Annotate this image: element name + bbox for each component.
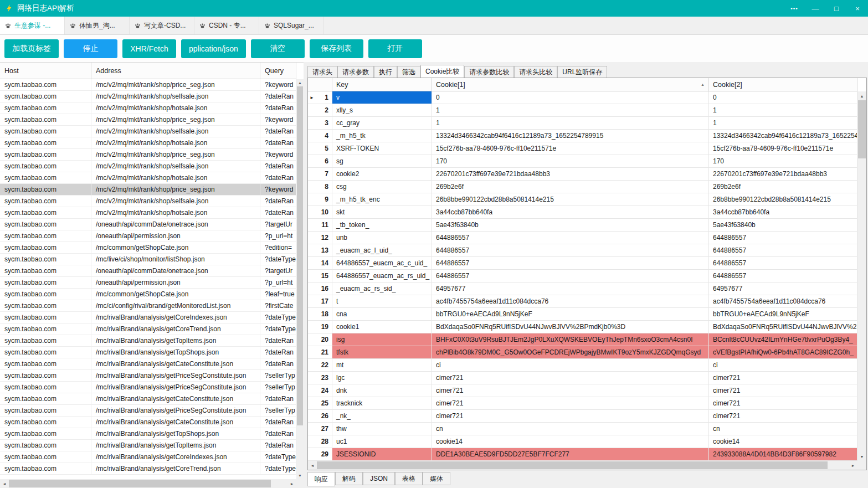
cookie-row[interactable]: 16_euacm_ac_rs_sid_6495767764957677: [308, 282, 857, 295]
cookie1-value-cell[interactable]: cimer721: [432, 410, 709, 422]
cookie-row[interactable]: 14644886557_euacm_ac_c_uid_6448865576448…: [308, 257, 857, 270]
cookie2-value-cell[interactable]: 644886557: [709, 244, 857, 256]
row-number-cell[interactable]: 19: [308, 321, 332, 333]
scrollbar-thumb[interactable]: [9, 480, 271, 487]
cookie-key-cell[interactable]: lgc: [332, 372, 432, 384]
request-row[interactable]: sycm.taobao.com/mc/rivalBrand/analysis/g…: [0, 382, 296, 393]
column-header-host[interactable]: Host: [0, 63, 91, 79]
scroll-right-icon[interactable]: ►: [849, 461, 857, 470]
request-list-vertical-scrollbar[interactable]: ▲ ▼: [296, 79, 304, 479]
cookie-row[interactable]: 4_m_h5_tk13324d3466342cab94f6416c12189a7…: [308, 130, 857, 142]
cookie1-value-cell[interactable]: bbTRGU0+eAECAd9L9nN5jKeF: [432, 308, 709, 320]
row-number-cell[interactable]: 12: [308, 232, 332, 244]
cookie2-value-cell[interactable]: 644886557: [709, 257, 857, 269]
request-row[interactable]: sycm.taobao.com/mc/v2/mq/mkt/rank/shop/p…: [0, 184, 296, 196]
cookie-key-cell[interactable]: uc1: [332, 435, 432, 448]
cookie-key-cell[interactable]: xlly_s: [332, 104, 432, 116]
request-row[interactable]: sycm.taobao.com/mc/rivalBrand/analysis/g…: [0, 417, 296, 428]
cookie2-value-cell[interactable]: 0: [709, 91, 857, 104]
column-header-query[interactable]: Query: [260, 63, 296, 79]
column-header-address[interactable]: Address: [91, 63, 260, 79]
scroll-up-icon[interactable]: ▲: [296, 79, 304, 86]
cookie2-value-cell[interactable]: cimer721: [709, 397, 857, 409]
cookie-row[interactable]: 17tac4fb7455754a6eeaf1d11c084dcca76ac4fb…: [308, 295, 857, 308]
cookie2-value-cell[interactable]: 644886557: [709, 232, 857, 244]
row-number-cell[interactable]: 11: [308, 219, 332, 231]
request-row[interactable]: sycm.taobao.com/mc/rivalBrand/analysis/g…: [0, 405, 296, 417]
cookie2-value-cell[interactable]: BdXdaqaSo0FNRq5RUifISDvU44NJwvBJlVV%2BPm…: [709, 321, 857, 333]
cookie1-value-cell[interactable]: 1: [432, 117, 709, 129]
cookie2-value-cell[interactable]: 3a44ccb87bb640fa: [709, 206, 857, 218]
cookie-key-cell[interactable]: csg: [332, 181, 432, 193]
request-row[interactable]: sycm.taobao.com/mc/v2/mq/mkt/rank/shop/s…: [0, 91, 296, 102]
cookie1-value-cell[interactable]: 26b8bbe990122cbd28b8a5081414e215: [432, 193, 709, 206]
clear-button[interactable]: 清空: [251, 39, 305, 58]
request-row[interactable]: sycm.taobao.com/mc/v2/mq/mkt/rank/shop/s…: [0, 161, 296, 172]
request-row[interactable]: sycm.taobao.com/mc/v2/mq/mkt/rank/shop/s…: [0, 126, 296, 137]
cookie1-value-cell[interactable]: ac4fb7455754a6eeaf1d11c084dcca76: [432, 295, 709, 307]
browser-tab[interactable]: 写文章-CSD...: [130, 17, 194, 34]
request-row[interactable]: sycm.taobao.com/mc/v2/mq/mkt/rank/shop/s…: [0, 196, 296, 207]
cookie-row[interactable]: 26_nk_cimer721cimer721: [308, 410, 857, 423]
save-list-button[interactable]: 保存列表: [310, 39, 363, 58]
cookie-key-cell[interactable]: tracknick: [332, 397, 432, 409]
cookie2-value-cell[interactable]: 644886557: [709, 270, 857, 282]
cookie2-value-cell[interactable]: bbTRGU0+eAECAd9L9nN5jKeF: [709, 308, 857, 320]
row-number-cell[interactable]: 15: [308, 270, 332, 282]
cookie1-value-cell[interactable]: 64957677: [432, 282, 709, 295]
detail-tab-request-headers[interactable]: 请求头: [307, 66, 337, 78]
bottom-tab-table[interactable]: 表格: [395, 472, 423, 485]
cookie-row[interactable]: 2xlly_s11: [308, 104, 857, 117]
cookie-row[interactable]: 27thwcncn: [308, 423, 857, 435]
request-row[interactable]: sycm.taobao.com/mc/rivalBrand/analysis/g…: [0, 428, 296, 440]
row-number-cell[interactable]: 17: [308, 295, 332, 307]
cookie1-value-cell[interactable]: 1: [432, 104, 709, 116]
bottom-tab-response[interactable]: 响应: [307, 472, 335, 486]
cookie-key-cell[interactable]: _euacm_ac_l_uid_: [332, 244, 432, 256]
cookie-row[interactable]: 20isgBHFxC0X0t3uV9RsuBJTJEm2JgP0LXuXQWSK…: [308, 333, 857, 346]
cookie-row[interactable]: 3cc_gray11: [308, 117, 857, 130]
row-number-cell[interactable]: 7: [308, 168, 332, 180]
cookie2-value-cell[interactable]: 170: [709, 155, 857, 167]
scrollbar-track[interactable]: [857, 100, 866, 452]
cookie-key-cell[interactable]: v: [332, 91, 432, 104]
cookie1-value-cell[interactable]: cn: [432, 423, 709, 435]
cookie-row[interactable]: 13_euacm_ac_l_uid_644886557644886557: [308, 244, 857, 257]
cookie1-value-cell[interactable]: ci: [432, 359, 709, 371]
application-json-filter-button[interactable]: pplication/json: [181, 39, 246, 58]
bottom-tab-json[interactable]: JSON: [363, 472, 395, 485]
request-row[interactable]: sycm.taobao.com/mc/v2/mq/mkt/rank/shop/p…: [0, 79, 296, 91]
cookie-key-cell[interactable]: _tb_token_: [332, 219, 432, 231]
row-number-cell[interactable]: 27: [308, 423, 332, 435]
cookie-key-cell[interactable]: sg: [332, 155, 432, 167]
row-number-cell[interactable]: 25: [308, 397, 332, 409]
request-row[interactable]: sycm.taobao.com/mc/v2/mq/mkt/rank/shop/p…: [0, 149, 296, 161]
cookie-key-cell[interactable]: _nk_: [332, 410, 432, 422]
cookie1-value-cell[interactable]: 644886557: [432, 270, 709, 282]
scroll-down-icon[interactable]: ▼: [296, 472, 304, 479]
cookie-row[interactable]: 23lgccimer721cimer721: [308, 372, 857, 384]
cookie-row[interactable]: 8csg269b2e6f269b2e6f: [308, 181, 857, 193]
scrollbar-thumb[interactable]: [317, 461, 828, 469]
cookie-key-cell[interactable]: cna: [332, 308, 432, 320]
request-row[interactable]: sycm.taobao.com/oneauth/api/permission.j…: [0, 277, 296, 289]
request-row[interactable]: sycm.taobao.com/mc/common/getShopCate.js…: [0, 289, 296, 300]
cookie-row[interactable]: 21tfstkchPlBib4O8k79DM0C_G5Ow0OGeFPCDREj…: [308, 346, 857, 359]
request-row[interactable]: sycm.taobao.com/mc/rivalBrand/analysis/g…: [0, 451, 296, 463]
detail-tab-cookie-compare[interactable]: Cookie比较: [420, 65, 464, 78]
row-number-cell[interactable]: 13: [308, 244, 332, 256]
request-row[interactable]: sycm.taobao.com/mc/rivalBrand/analysis/g…: [0, 358, 296, 370]
scrollbar-thumb[interactable]: [297, 86, 303, 425]
browser-tab[interactable]: SQLSugar_...: [259, 17, 324, 34]
cookie1-value-cell[interactable]: 170: [432, 155, 709, 167]
maximize-icon[interactable]: □: [826, 0, 847, 17]
browser-tab[interactable]: 体恤男_淘...: [65, 17, 130, 34]
request-row[interactable]: sycm.taobao.com/mc/rivalBrand/analysis/g…: [0, 335, 296, 347]
cookie-key-cell[interactable]: tfstk: [332, 346, 432, 358]
column-header-key[interactable]: Key: [332, 78, 432, 91]
request-row[interactable]: sycm.taobao.com/mc/rivalBrand/analysis/g…: [0, 463, 296, 475]
detail-tab-request-headers-compare[interactable]: 请求头比较: [514, 66, 557, 78]
row-number-cell[interactable]: 9: [308, 193, 332, 206]
cookie1-value-cell[interactable]: cookie14: [432, 435, 709, 448]
request-row[interactable]: sycm.taobao.com/mc/live/ci/shop/monitor/…: [0, 254, 296, 265]
